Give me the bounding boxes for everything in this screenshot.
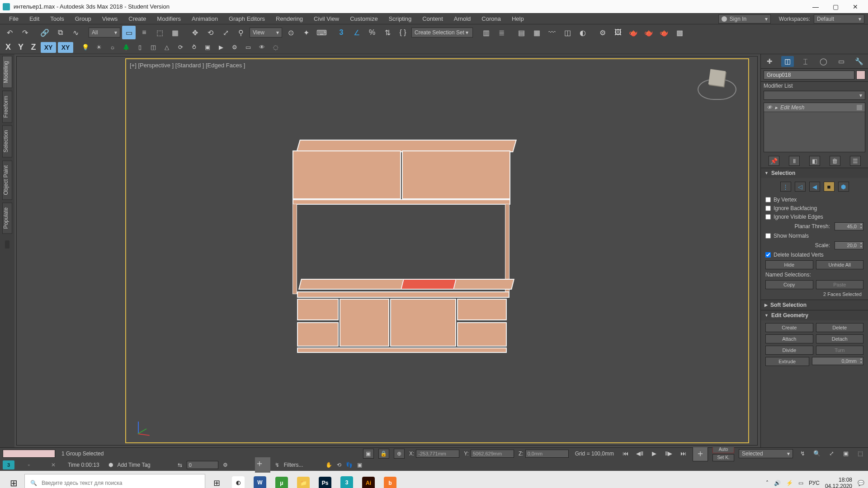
flame-icon[interactable]: △ <box>161 42 173 53</box>
redo-button[interactable]: ↷ <box>18 26 32 39</box>
unhide-all-button[interactable]: Unhide All <box>816 260 864 269</box>
paste-button[interactable]: Paste <box>816 280 864 289</box>
tray-lang[interactable]: РУС <box>809 480 820 486</box>
rollout-soft-header[interactable]: ▶Soft Selection <box>761 300 868 310</box>
sidebar-handle[interactable] <box>5 240 9 249</box>
extrude-spinner[interactable]: 0,0mm <box>812 357 864 365</box>
render-setup-button[interactable]: ⚙ <box>596 26 609 39</box>
taskbar-word[interactable]: W <box>250 473 270 488</box>
expand-icon[interactable]: ▸ <box>775 104 778 111</box>
named-selection-combo[interactable]: Create Selection Set ▾ <box>411 28 473 38</box>
minimize-button[interactable]: — <box>806 0 826 13</box>
eye-icon[interactable]: 👁 <box>767 104 772 111</box>
axis-x[interactable]: X <box>3 42 14 52</box>
tray-notifications-icon[interactable]: 💬 <box>858 480 864 486</box>
zoom-all-icon[interactable]: ⤢ <box>826 449 836 459</box>
tray-volume-icon[interactable]: 🔊 <box>774 480 781 486</box>
material-editor-button[interactable]: ◐ <box>576 26 590 39</box>
taskbar-chrome[interactable]: ◐ <box>228 473 249 488</box>
rect-icon[interactable]: ▭ <box>242 42 254 53</box>
edit-named-sel-button[interactable]: { } <box>396 26 410 39</box>
subobj-vertex[interactable]: ⋮ <box>780 182 791 192</box>
scale-button[interactable]: ⤢ <box>219 26 232 39</box>
detach-button[interactable]: Detach <box>816 334 864 343</box>
play-start-icon[interactable]: ⏮ <box>620 449 630 459</box>
pan-icon[interactable]: ✋ <box>326 462 332 468</box>
menu-grapheditors[interactable]: Graph Editors <box>223 14 270 24</box>
tab-hierarchy[interactable]: ⌶ <box>799 56 812 67</box>
axis-xy1[interactable]: XY <box>41 42 56 53</box>
tab-modify[interactable]: ◫ <box>781 56 794 67</box>
next-frame-icon[interactable]: Ⅱ▶ <box>664 449 674 459</box>
frame-nav-icon[interactable]: ⇆ <box>178 462 182 468</box>
zoom-extents-icon[interactable]: ▣ <box>841 449 851 459</box>
add-time-tag[interactable]: Add Time Tag <box>118 462 151 468</box>
link-button[interactable]: 🔗 <box>38 26 52 39</box>
chk-by-vertex[interactable]: By Vertex <box>765 197 863 203</box>
selection-lock-button[interactable]: 🔒 <box>378 449 389 459</box>
time-config-button[interactable]: ⚙ <box>223 462 228 468</box>
divide-button[interactable]: Divide <box>765 346 813 355</box>
show-end-result-button[interactable]: Ⅱ <box>789 156 800 166</box>
key-filters-link[interactable]: Filters... <box>284 462 303 468</box>
render-production-button[interactable]: 🫖 <box>627 26 640 39</box>
unlink-button[interactable]: ⧉ <box>53 26 67 39</box>
manipulate-button[interactable]: ✦ <box>299 26 313 39</box>
placement-button[interactable]: ⚲ <box>234 26 248 39</box>
rotate-button[interactable]: ⟲ <box>203 26 217 39</box>
setkey-button[interactable]: Set K. <box>712 454 734 461</box>
sidetab-populate[interactable]: Populate <box>2 202 12 234</box>
app-tab-3dsmax[interactable]: 3 <box>3 460 14 469</box>
chk-delete-isolated[interactable]: Delete Isolated Verts <box>765 252 863 258</box>
subobj-face[interactable]: ◀ <box>809 182 820 192</box>
menu-content[interactable]: Content <box>417 14 448 24</box>
hide-button[interactable]: Hide <box>765 260 813 269</box>
eye-icon[interactable]: 👁 <box>256 42 268 53</box>
turn-button[interactable]: Turn <box>816 346 864 355</box>
key-filters-selected[interactable]: Selected▾ <box>739 449 793 458</box>
select-object-button[interactable]: ▭ <box>122 26 136 39</box>
rollout-selection-header[interactable]: ▼Selection <box>761 168 868 178</box>
maximize-viewport-icon[interactable]: ▣ <box>357 462 362 468</box>
signin-button[interactable]: Sign In▾ <box>718 14 771 23</box>
maxscript-mini-listener[interactable] <box>3 450 55 458</box>
chk-ignore-backfacing[interactable]: Ignore Backfacing <box>765 205 863 211</box>
key-filters-icon[interactable]: ↯ <box>275 462 279 468</box>
remove-modifier-button[interactable]: 🗑 <box>830 156 840 166</box>
taskbar-illustrator[interactable]: Ai <box>358 473 379 488</box>
play-icon[interactable]: ▶ <box>649 449 659 459</box>
rectangle-region-button[interactable]: ⬚ <box>153 26 166 39</box>
tray-network-icon[interactable]: ⚡ <box>786 480 793 486</box>
axis-xy2[interactable]: XY <box>58 42 73 53</box>
skylight-icon[interactable]: ☼ <box>107 42 118 53</box>
mirror-button[interactable]: ▥ <box>479 26 493 39</box>
walk-icon[interactable]: 👣 <box>346 462 353 468</box>
play-end-icon[interactable]: ⏭ <box>678 449 688 459</box>
menu-animation[interactable]: Animation <box>186 14 223 24</box>
pin-stack-button[interactable]: 📌 <box>769 156 779 166</box>
pivot-center-button[interactable]: ⊙ <box>284 26 297 39</box>
chk-show-normals[interactable]: Show Normals <box>765 233 863 239</box>
coord-display-toggle[interactable]: ⊕ <box>394 449 405 459</box>
spinner-snap-button[interactable]: ⇅ <box>381 26 394 39</box>
orbit-icon[interactable]: ⟲ <box>337 462 341 468</box>
taskbar-search[interactable]: 🔍 Введите здесь текст для поиска <box>24 474 205 488</box>
portal-icon[interactable]: ◫ <box>147 42 159 53</box>
current-frame-input[interactable] <box>187 461 218 469</box>
set-key-large2[interactable]: ＋ <box>255 457 270 473</box>
tab-display[interactable]: ▭ <box>835 56 848 67</box>
create-button[interactable]: Create <box>765 323 813 332</box>
make-unique-button[interactable]: ◧ <box>809 156 820 166</box>
menu-help[interactable]: Help <box>506 14 529 24</box>
render-activeshade-button[interactable]: 🫖 <box>657 26 671 39</box>
sidetab-selection[interactable]: Selection <box>2 125 12 157</box>
render-online-button[interactable]: ▩ <box>673 26 686 39</box>
viewport-label[interactable]: [+] [Perspective ] [Standard ] [Edged Fa… <box>130 62 245 69</box>
move-button[interactable]: ✥ <box>188 26 202 39</box>
menu-arnold[interactable]: Arnold <box>448 14 476 24</box>
zoom-region-icon[interactable]: ⬚ <box>855 449 865 459</box>
selection-filter-combo[interactable]: All▾ <box>89 28 120 38</box>
menu-rendering[interactable]: Rendering <box>270 14 308 24</box>
frame-icon[interactable]: ▣ <box>202 42 213 53</box>
copy-button[interactable]: Copy <box>765 280 813 289</box>
